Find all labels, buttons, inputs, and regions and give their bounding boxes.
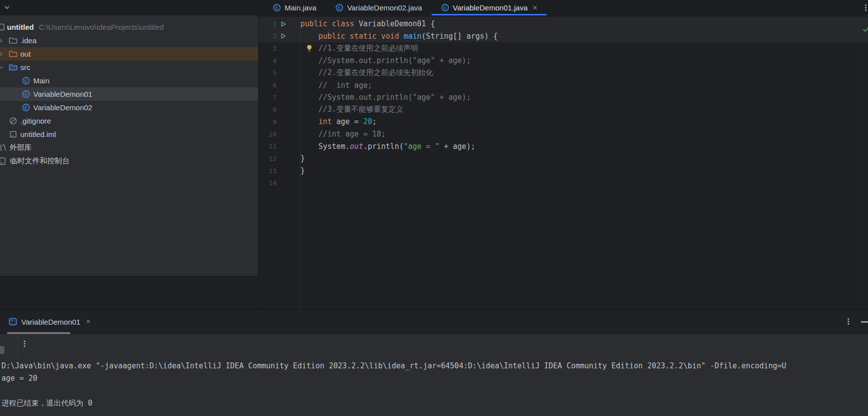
- code-text: //3.变量不能够重复定义: [300, 105, 403, 114]
- folder-icon: [9, 50, 17, 58]
- code-line[interactable]: 14: [259, 177, 868, 189]
- gutter-run-slot: [277, 33, 289, 39]
- tree-item-VariableDemon01[interactable]: C VariableDemon01: [0, 87, 258, 101]
- code-text: // int age;: [300, 81, 372, 90]
- hide-panel-icon[interactable]: [861, 321, 868, 323]
- code-text: //int age = 18;: [300, 130, 386, 139]
- tree-item-.gitignore[interactable]: .gitignore: [0, 114, 258, 128]
- code-text: int age = 20;: [300, 117, 377, 126]
- module-file-icon: [9, 130, 17, 139]
- line-number: 2: [259, 32, 277, 40]
- editor-tab-Main.java[interactable]: C Main.java: [263, 0, 326, 15]
- tree-item-icon: [9, 130, 20, 139]
- class-icon: C: [441, 3, 449, 12]
- editor-tab-bar: C Main.java C VariableDemon02.java C Var…: [0, 0, 868, 15]
- line-number: 1: [259, 20, 277, 28]
- code-text: //System.out.println("age" + age);: [300, 56, 471, 65]
- editor-options-kebab-icon[interactable]: [863, 2, 868, 13]
- class-icon: C: [335, 3, 344, 12]
- code-line[interactable]: 5 //2.变量在使用之前必须先初始化: [259, 67, 868, 79]
- run-panel-header: VariableDemon01 ×: [0, 310, 868, 334]
- tree-item-icon: [0, 157, 10, 165]
- intention-bulb-icon[interactable]: [305, 44, 313, 54]
- code-text: public static void main(String[] args) {: [300, 32, 498, 41]
- line-number: 7: [259, 94, 277, 101]
- project-tool-window: untitled C:\Users\Lenovo\IdeaProjects\un…: [0, 15, 258, 309]
- close-icon[interactable]: ×: [533, 3, 538, 12]
- editor-tab-label: VariableDemon01.java: [453, 3, 528, 12]
- code-line[interactable]: 3 //1.变量在使用之前必须声明: [259, 42, 868, 55]
- tree-item-临时文件和控制台[interactable]: 临时文件和控制台: [0, 154, 258, 168]
- code-line[interactable]: 7 //System.out.println("age" + age);: [259, 91, 868, 104]
- editor-tabs: C Main.java C VariableDemon02.java C Var…: [263, 0, 547, 15]
- code-editor[interactable]: 1 public class VariableDemon01 { 2 publi…: [258, 15, 868, 309]
- project-tree-rows: .idea out src C Main C VariableDemon01 C…: [0, 34, 258, 168]
- tree-item-icon: [9, 50, 20, 58]
- scratches-icon: [0, 157, 7, 165]
- code-text: //2.变量在使用之前必须先初始化: [300, 68, 433, 77]
- tree-chevron-icon[interactable]: [0, 50, 4, 58]
- code-line[interactable]: 1 public class VariableDemon01 {: [259, 18, 868, 30]
- tree-item-label: .gitignore: [20, 117, 51, 125]
- editor-tab-VariableDemon02.java[interactable]: C VariableDemon02.java: [326, 0, 432, 15]
- console-more-kebab-icon[interactable]: [22, 339, 27, 349]
- tree-item-out[interactable]: out: [0, 47, 258, 61]
- code-line[interactable]: 10 //int age = 18;: [259, 128, 868, 140]
- project-icon: [0, 23, 5, 31]
- svg-text:C: C: [24, 105, 28, 110]
- code-line[interactable]: 12 }: [259, 152, 868, 165]
- line-number: 12: [259, 155, 277, 162]
- tool-window-stripe-handle[interactable]: [0, 346, 4, 354]
- close-icon[interactable]: ×: [86, 318, 90, 326]
- tree-item-Main[interactable]: C Main: [0, 74, 258, 87]
- code-text: //1.变量在使用之前必须声明: [300, 44, 418, 53]
- intellij-window: C Main.java C VariableDemon02.java C Var…: [0, 0, 868, 416]
- project-root-row[interactable]: untitled C:\Users\Lenovo\IdeaProjects\un…: [0, 20, 258, 34]
- code-text: }: [300, 154, 305, 163]
- tree-item-.idea[interactable]: .idea: [0, 34, 258, 47]
- class-icon: C: [273, 3, 281, 12]
- tree-chevron-icon[interactable]: [0, 36, 4, 45]
- run-panel-kebab-icon[interactable]: [846, 316, 851, 327]
- tree-item-VariableDemon02[interactable]: C VariableDemon02: [0, 101, 258, 114]
- tree-item-src[interactable]: src: [0, 61, 258, 74]
- code-line[interactable]: 8 //3.变量不能够重复定义: [259, 103, 868, 116]
- run-line-icon[interactable]: [280, 21, 287, 27]
- code-line[interactable]: 9 int age = 20;: [259, 116, 868, 128]
- line-number: 9: [259, 118, 277, 126]
- project-tree: untitled C:\Users\Lenovo\IdeaProjects\un…: [0, 15, 258, 277]
- tree-item-label: out: [20, 50, 31, 58]
- tree-item-label: untitled.iml: [20, 130, 56, 139]
- line-number: 10: [259, 131, 277, 138]
- line-number: 3: [259, 45, 277, 52]
- code-line[interactable]: 11 System.out.println("age = " + age);: [259, 140, 868, 152]
- main-area: untitled C:\Users\Lenovo\IdeaProjects\un…: [0, 15, 868, 309]
- line-number: 14: [259, 179, 277, 187]
- inspections-check-icon[interactable]: [862, 25, 868, 35]
- code-line[interactable]: 6 // int age;: [259, 79, 868, 91]
- svg-text:C: C: [24, 78, 28, 83]
- folder-icon: [9, 63, 17, 71]
- chevron-down-icon[interactable]: [3, 3, 11, 13]
- run-tab[interactable]: VariableDemon01 ×: [8, 317, 90, 326]
- editor-tab-label: VariableDemon02.java: [347, 3, 422, 12]
- tree-chevron-icon[interactable]: [0, 63, 4, 71]
- code-text: System.out.println("age = " + age);: [300, 142, 475, 151]
- code-line[interactable]: 13 }: [259, 165, 868, 177]
- run-line-icon[interactable]: [280, 33, 287, 39]
- tree-item-外部库[interactable]: 外部库: [0, 141, 258, 154]
- tree-item-untitled.iml[interactable]: untitled.iml: [0, 128, 258, 141]
- tree-item-icon: [9, 63, 20, 71]
- gutter-run-slot: [277, 21, 289, 27]
- run-console-tab-icon: [8, 317, 17, 326]
- editor-tab-label: Main.java: [285, 3, 316, 12]
- tree-item-icon: C: [22, 90, 33, 98]
- line-number: 8: [259, 106, 277, 113]
- tree-item-label: VariableDemon02: [33, 103, 92, 112]
- class-icon: C: [22, 103, 30, 112]
- editor-tab-VariableDemon01.java[interactable]: C VariableDemon01.java ×: [432, 0, 547, 15]
- folder-icon: [9, 36, 17, 45]
- project-root-path: C:\Users\Lenovo\IdeaProjects\untitled: [39, 23, 164, 31]
- code-line[interactable]: 4 //System.out.println("age" + age);: [259, 55, 868, 67]
- code-line[interactable]: 2 public static void main(String[] args)…: [259, 30, 868, 43]
